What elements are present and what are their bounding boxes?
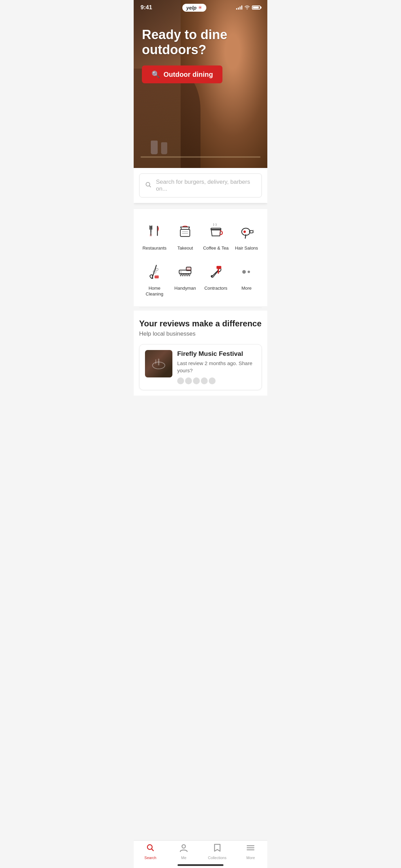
category-icon-coffee-tea	[205, 221, 227, 243]
reviews-subheading: Help local businesses	[139, 330, 262, 337]
svg-point-28	[248, 270, 250, 273]
svg-point-7	[149, 234, 152, 237]
battery-icon	[252, 5, 260, 10]
category-item-takeout[interactable]: Takeout	[170, 217, 201, 255]
hero-heading: Ready to dine outdoors?	[142, 27, 259, 57]
svg-rect-8	[180, 229, 190, 237]
search-bar[interactable]: Search for burgers, delivery, barbers on…	[139, 173, 262, 197]
category-icon-takeout	[174, 221, 196, 243]
wifi-icon	[244, 5, 250, 10]
signal-bars-icon	[236, 5, 242, 10]
category-item-contractors[interactable]: Contractors	[200, 257, 231, 301]
category-label-more: More	[241, 286, 252, 291]
logo-text: yelp	[186, 5, 197, 11]
categories-section: Restaurants T	[134, 209, 267, 306]
category-label-handyman: Handyman	[174, 286, 196, 291]
svg-point-27	[242, 270, 246, 274]
category-label-hair-salons: Hair Salons	[235, 245, 258, 251]
outdoor-dining-button[interactable]: 🔍 Outdoor dining	[142, 65, 222, 83]
review-stars-firefly	[177, 377, 256, 384]
status-icons	[236, 5, 260, 10]
reviews-section: Your reviews make a difference Help loca…	[134, 311, 267, 396]
review-thumbnail-firefly	[145, 350, 172, 377]
svg-point-13	[242, 228, 250, 236]
category-icon-contractors	[205, 261, 227, 283]
category-icon-handyman	[174, 261, 196, 283]
category-item-more[interactable]: More	[231, 257, 262, 301]
hero-text-area: Ready to dine outdoors? 🔍 Outdoor dining	[142, 27, 259, 83]
svg-rect-2	[150, 226, 151, 229]
review-subtitle-firefly: Last review 2 months ago. Share yours?	[177, 360, 256, 374]
svg-rect-31	[155, 359, 156, 364]
category-icon-restaurants	[144, 221, 166, 243]
hero-cta-label: Outdoor dining	[163, 71, 213, 79]
status-bar: 9:41 yelp ✳	[134, 0, 267, 15]
star-4	[201, 377, 208, 384]
svg-point-15	[244, 231, 246, 233]
hero-section: 9:41 yelp ✳	[134, 0, 267, 171]
svg-point-23	[180, 271, 182, 273]
review-card-firefly[interactable]: Firefly Music Festival Last review 2 mon…	[139, 344, 262, 390]
review-info-firefly: Firefly Music Festival Last review 2 mon…	[177, 350, 256, 384]
search-container: Search for burgers, delivery, barbers on…	[134, 168, 267, 203]
svg-point-18	[156, 268, 158, 270]
svg-point-26	[211, 275, 212, 277]
category-item-hair-salons[interactable]: Hair Salons	[231, 217, 262, 255]
category-item-home-cleaning[interactable]: Home Cleaning	[139, 257, 170, 301]
category-label-home-cleaning: Home Cleaning	[141, 286, 169, 297]
category-item-coffee-tea[interactable]: Coffee & Tea	[200, 217, 231, 255]
category-icon-hair-salons	[235, 221, 257, 243]
status-time: 9:41	[141, 4, 152, 11]
search-placeholder: Search for burgers, delivery, barbers on…	[156, 179, 256, 192]
svg-rect-22	[186, 267, 191, 270]
yelp-burst-icon: ✳	[198, 5, 202, 10]
svg-rect-30	[158, 359, 159, 365]
svg-rect-6	[157, 226, 158, 236]
category-label-contractors: Contractors	[204, 286, 227, 291]
svg-rect-24	[216, 266, 221, 269]
svg-rect-25	[218, 269, 219, 274]
star-2	[185, 377, 192, 384]
yelp-logo: yelp ✳	[182, 4, 206, 12]
star-5	[209, 377, 216, 384]
category-icon-home-cleaning	[144, 261, 166, 283]
category-label-takeout: Takeout	[177, 245, 193, 251]
section-divider	[139, 308, 262, 308]
categories-grid: Restaurants T	[139, 217, 262, 301]
reviews-heading: Your reviews make a difference	[139, 319, 262, 329]
category-item-handyman[interactable]: Handyman	[170, 257, 201, 301]
star-1	[177, 377, 184, 384]
category-label-restaurants: Restaurants	[143, 245, 167, 251]
star-3	[193, 377, 200, 384]
svg-rect-19	[155, 275, 159, 278]
category-icon-more	[235, 261, 257, 283]
svg-point-12	[219, 231, 222, 234]
review-title-firefly: Firefly Music Festival	[177, 350, 256, 358]
search-icon-hero: 🔍	[151, 70, 160, 79]
category-label-coffee-tea: Coffee & Tea	[203, 245, 229, 251]
category-item-restaurants[interactable]: Restaurants	[139, 217, 170, 255]
search-bar-icon	[145, 181, 152, 190]
